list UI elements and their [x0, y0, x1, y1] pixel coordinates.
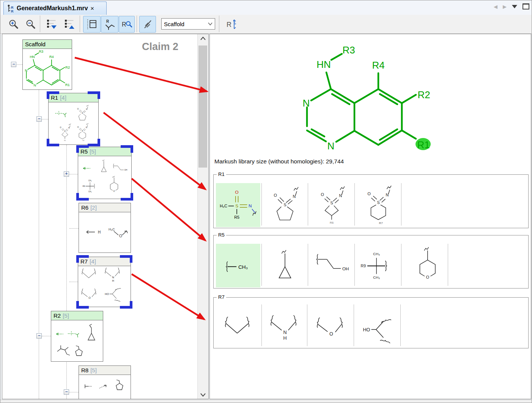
r1-thumbnail [49, 102, 98, 143]
tab-bar: R R GeneratedMarkush1.mrv ✕ ◀ ▶ [0, 0, 532, 15]
expander-r5[interactable]: + [64, 171, 69, 177]
tree-connector [69, 174, 78, 174]
rgroup-box-r5: R5 [213, 235, 529, 289]
fragment-r7-nh[interactable] [262, 304, 307, 348]
tree-node-r7[interactable]: R7[4] [78, 257, 131, 307]
tree-node-scaffold[interactable]: Scaffold [22, 39, 72, 90]
node-count: [4] [90, 258, 96, 265]
tree-scrollbar[interactable] [197, 34, 208, 399]
rgroup-box-r1: R1 [213, 174, 529, 228]
rgroup-legend: R1 [217, 171, 226, 177]
node-count: [5] [90, 148, 96, 155]
tab-close-icon[interactable]: ✕ [90, 6, 94, 11]
atom-label: H₃C [109, 227, 115, 231]
rgroup-query-icon: R [121, 19, 133, 30]
fragment-r1-methylsulfoximine[interactable] [216, 183, 261, 227]
fragment-r1-thietane-imine-oxide[interactable] [309, 183, 354, 227]
r7-thumbnail [78, 266, 130, 306]
tree-connector [69, 282, 78, 282]
tab-scroll-right-icon[interactable]: ▶ [503, 4, 507, 9]
collapse-all-icon [64, 19, 75, 30]
collapse-all-button[interactable] [61, 16, 78, 33]
rgroup-legend: R7 [217, 294, 226, 300]
node-label: Scaffold [25, 41, 46, 47]
icon-letter: R [11, 6, 14, 9]
r5-thumbnail [78, 156, 131, 198]
scaffold-structure [211, 35, 530, 157]
icon-letter: R [227, 21, 231, 28]
zoom-out-button[interactable] [22, 16, 39, 33]
fragment-r7-hydroxymethine[interactable] [355, 304, 400, 348]
tree-connector [42, 336, 51, 336]
tab-generated-markush[interactable]: R R GeneratedMarkush1.mrv ✕ [3, 2, 107, 15]
scaffold-select[interactable]: Scaffold [161, 18, 215, 30]
rgroup-box-r7: R7 [213, 297, 529, 348]
r8-thumbnail [79, 375, 130, 399]
tree-node-r1[interactable]: R1[4] [48, 93, 99, 145]
tab-scroll-left-icon[interactable]: ◀ [494, 4, 497, 9]
bottom-scrollbar[interactable] [0, 400, 532, 403]
fragment-r7-ether[interactable] [308, 304, 353, 348]
scaffold-select-value: Scaffold [164, 21, 184, 27]
fragment-r5-gem-dimethyl-r9[interactable] [356, 244, 401, 288]
markush-document-icon: R R [7, 3, 14, 13]
fragment-r5-hydroxyethyl[interactable] [309, 244, 354, 288]
fragment-r1-thiane-imine-oxide[interactable] [356, 183, 401, 227]
rgroup-view-icon: R [104, 19, 115, 30]
scaffold-thumbnail [23, 49, 71, 88]
scrollbar-thumb[interactable] [198, 45, 207, 168]
markush-tree-panel: Claim 2 − − + − − Scaffold R1[4] [2, 34, 209, 399]
zoom-in-button[interactable] [5, 16, 22, 33]
rgroup-enumerate-icon: R [225, 18, 238, 30]
expander-scaffold[interactable]: − [11, 62, 16, 67]
library-size-label: Markush library size (without homologies… [214, 158, 344, 165]
tree-connector [39, 90, 39, 399]
tree-connector [69, 392, 79, 392]
fragment-r5-cyclopropyl[interactable] [263, 244, 307, 288]
node-label: R6 [81, 204, 88, 211]
icon-letter: R [11, 9, 14, 13]
icon-letter: R [106, 19, 109, 24]
hide-bonds-toggle[interactable] [139, 16, 156, 33]
r2-thumbnail [51, 320, 102, 361]
claim-watermark: Claim 2 [142, 41, 178, 53]
rgroup-enumerate-button[interactable]: R [223, 16, 240, 33]
icon-letter: R [122, 21, 126, 28]
tree-node-r2[interactable]: R2[5] [51, 311, 103, 362]
panel-layout-toggle[interactable] [83, 16, 101, 33]
tree-node-r6[interactable]: R6[2] H H₃C O [79, 203, 131, 253]
expander-r8[interactable]: − [64, 389, 69, 395]
restore-window-icon[interactable] [523, 3, 529, 9]
node-count: [5] [63, 312, 69, 319]
atom-label: H [98, 230, 101, 234]
scroll-up-icon[interactable] [198, 34, 208, 42]
chevron-down-icon [208, 22, 212, 25]
node-label: R2 [54, 312, 61, 319]
fragment-r1-thiolane-imine-oxide[interactable] [263, 183, 307, 227]
atom-label: O [119, 234, 122, 238]
tab-title: GeneratedMarkush1.mrv [17, 5, 88, 12]
tree-connector [16, 64, 22, 65]
tab-list-menu-icon[interactable] [512, 5, 517, 8]
expander-r1[interactable]: − [36, 116, 42, 122]
node-count: [2] [90, 204, 97, 211]
hide-bonds-icon [142, 19, 153, 30]
rgroup-legend: R5 [217, 232, 226, 238]
rgroup-query-toggle[interactable]: R [119, 16, 135, 33]
fragment-r5-methyl[interactable] [216, 244, 261, 288]
r6-thumbnail: H H₃C O [79, 212, 130, 252]
node-count: [5] [90, 367, 97, 373]
fragment-r7-ethylene[interactable] [216, 304, 261, 348]
expand-all-icon [46, 19, 57, 30]
expand-all-button[interactable] [43, 16, 60, 33]
tree-node-r5[interactable]: R5[5] [78, 147, 132, 199]
markush-editor-window: N N HN R3 R4 R2 R1 H₃C S O N [0, 0, 532, 403]
expander-r2[interactable]: − [36, 333, 42, 339]
tree-node-r8[interactable]: R8[5] [79, 365, 131, 399]
node-label: R8 [81, 367, 88, 373]
tree-connector [42, 119, 48, 119]
rgroup-view-toggle[interactable]: R [101, 16, 118, 33]
scroll-down-icon[interactable] [198, 390, 208, 399]
fragment-r5-oxanyl[interactable] [403, 244, 447, 288]
toolbar: R R Scaffold R [0, 15, 532, 34]
